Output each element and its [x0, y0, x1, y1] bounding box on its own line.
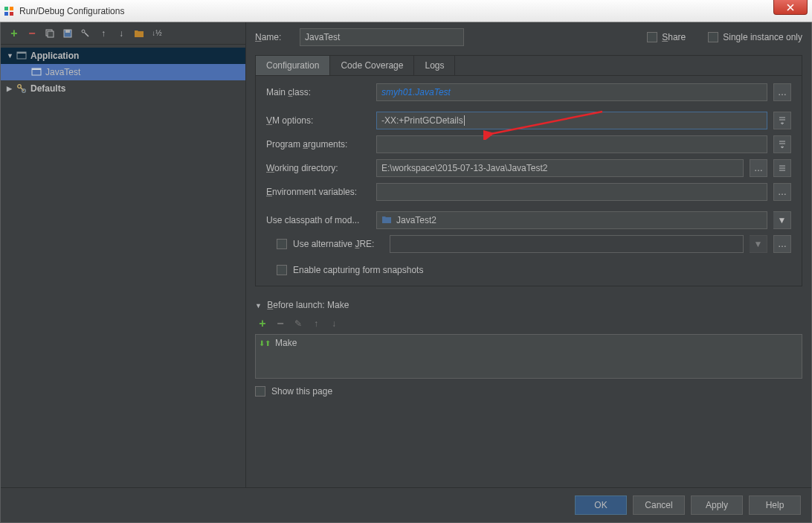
left-panel: + − ↑ ↓ ↓½ ▼ Application JavaTest — [1, 22, 246, 487]
before-launch-toolbar: + − ✎ ↑ ↓ — [255, 313, 802, 334]
app-icon — [3, 5, 15, 17]
ok-button[interactable]: OK — [575, 495, 627, 515]
tab-code-coverage[interactable]: Code Coverage — [330, 56, 414, 75]
single-instance-checkbox-group[interactable]: Single instance only — [708, 32, 802, 42]
config-tree: ▼ Application JavaTest ▶ Defaults — [1, 45, 245, 100]
module-icon — [381, 215, 392, 226]
folder-icon[interactable] — [132, 26, 146, 41]
row-main-class: Main class: smyh01.JavaTest … — [266, 83, 791, 101]
env-vars-input[interactable] — [376, 183, 767, 201]
tab-configuration[interactable]: Configuration — [256, 56, 330, 75]
make-label: Make — [275, 338, 297, 348]
program-args-input[interactable] — [376, 135, 767, 153]
help-button[interactable]: Help — [749, 495, 801, 515]
copy-config-icon[interactable] — [42, 26, 57, 41]
svg-rect-1 — [10, 7, 13, 10]
before-edit-icon[interactable]: ✎ — [291, 316, 306, 331]
working-dir-label: Working directory: — [266, 163, 370, 173]
share-checkbox-group[interactable]: Share — [647, 32, 686, 42]
move-up-icon[interactable]: ↑ — [96, 26, 111, 41]
alt-jre-browse-button[interactable]: … — [773, 235, 791, 253]
content-row: + − ↑ ↓ ↓½ ▼ Application JavaTest — [1, 22, 811, 487]
tree-arrow-down-icon: ▼ — [7, 52, 16, 60]
tab-logs[interactable]: Logs — [414, 56, 455, 75]
application-icon — [30, 66, 42, 78]
vm-options-input[interactable]: -XX:+PrintGCDetails — [376, 112, 767, 129]
vm-options-expand-button[interactable] — [773, 112, 791, 129]
program-args-label: Program arguments: — [266, 139, 370, 150]
classpath-dropdown[interactable]: JavaTest2 — [376, 211, 767, 229]
show-page-row: Show this page — [255, 379, 802, 404]
defaults-icon — [16, 83, 28, 94]
before-launch-section: ▼ Before launch: Make + − ✎ ↑ ↓ ⬇⬆ Make — [255, 297, 802, 404]
move-down-icon[interactable]: ↓ — [114, 26, 129, 41]
env-vars-browse-button[interactable]: … — [773, 183, 791, 201]
tree-node-javatest[interactable]: JavaTest — [1, 64, 245, 80]
working-dir-list-button[interactable] — [773, 159, 791, 177]
apply-button[interactable]: Apply — [691, 495, 743, 515]
remove-config-icon[interactable]: − — [25, 26, 39, 41]
settings-config-icon[interactable] — [78, 26, 93, 41]
collapse-arrow-icon: ▼ — [255, 302, 262, 309]
before-remove-icon[interactable]: − — [273, 316, 288, 331]
before-up-icon[interactable]: ↑ — [309, 316, 323, 331]
cancel-button[interactable]: Cancel — [633, 495, 685, 515]
working-dir-browse-button[interactable]: … — [750, 159, 767, 177]
tree-label-javatest: JavaTest — [45, 67, 80, 77]
classpath-dropdown-arrow[interactable]: ▼ — [773, 211, 791, 229]
svg-point-8 — [82, 30, 85, 33]
snapshots-checkbox[interactable] — [277, 265, 287, 275]
main-class-input[interactable]: smyh01.JavaTest — [376, 83, 767, 101]
classpath-label: Use classpath of mod... — [266, 215, 370, 225]
svg-rect-12 — [32, 68, 41, 70]
sort-icon[interactable]: ↓½ — [149, 26, 164, 41]
show-page-checkbox[interactable] — [255, 386, 265, 397]
before-launch-item-make[interactable]: ⬇⬆ Make — [259, 338, 799, 348]
main-class-label: Main class: — [266, 87, 370, 97]
before-launch-title: Before launch: Make — [267, 300, 349, 310]
row-working-dir: Working directory: E:\workspace\2015-07-… — [266, 159, 791, 177]
window-body: + − ↑ ↓ ↓½ ▼ Application JavaTest — [0, 22, 812, 523]
working-dir-input[interactable]: E:\workspace\2015-07-13-Java\JavaTest2 — [376, 159, 744, 177]
make-icon: ⬇⬆ — [259, 339, 271, 347]
application-icon — [16, 50, 28, 62]
before-launch-list: ⬇⬆ Make — [255, 334, 802, 379]
svg-rect-7 — [65, 30, 70, 33]
form-body: Main class: smyh01.JavaTest … VM options… — [256, 76, 802, 286]
window-close-button[interactable] — [773, 0, 808, 15]
svg-rect-5 — [48, 31, 54, 37]
save-config-icon[interactable] — [60, 26, 75, 41]
right-panel: Name: Share Single instance only Configu… — [246, 22, 811, 487]
share-checkbox[interactable] — [647, 32, 657, 42]
single-instance-label: Single instance only — [723, 32, 802, 42]
vm-options-text: -XX:+PrintGCDetails — [381, 115, 463, 126]
row-program-args: Program arguments: — [266, 135, 791, 153]
classpath-value: JavaTest2 — [396, 215, 436, 225]
before-launch-header[interactable]: ▼ Before launch: Make — [255, 297, 802, 313]
tree-node-application[interactable]: ▼ Application — [1, 48, 245, 64]
add-config-icon[interactable]: + — [7, 26, 22, 41]
before-down-icon[interactable]: ↓ — [326, 316, 341, 331]
name-label: Name: — [255, 32, 292, 42]
name-input[interactable] — [300, 28, 464, 46]
row-snapshots: Enable capturing form snapshots — [266, 262, 791, 278]
share-label: Share — [662, 32, 686, 42]
row-env-vars: Environment variables: … — [266, 183, 791, 201]
alt-jre-checkbox[interactable] — [277, 239, 287, 249]
alt-jre-label: Use alternative JRE: — [293, 239, 384, 249]
single-instance-checkbox[interactable] — [708, 32, 718, 42]
tree-node-defaults[interactable]: ▶ Defaults — [1, 80, 245, 97]
name-row: Name: Share Single instance only — [246, 22, 811, 52]
svg-rect-2 — [4, 12, 8, 16]
row-alt-jre: Use alternative JRE: ▼ … — [266, 235, 791, 253]
svg-rect-10 — [17, 52, 26, 54]
button-bar: OK Cancel Apply Help — [1, 487, 811, 522]
svg-rect-0 — [4, 7, 8, 10]
tree-arrow-right-icon: ▶ — [7, 85, 16, 92]
before-add-icon[interactable]: + — [255, 316, 270, 331]
main-class-browse-button[interactable]: … — [773, 83, 791, 101]
tree-label-defaults: Defaults — [30, 83, 65, 94]
alt-jre-dropdown — [390, 235, 744, 253]
program-args-expand-button[interactable] — [773, 135, 791, 153]
show-page-label: Show this page — [271, 386, 332, 397]
